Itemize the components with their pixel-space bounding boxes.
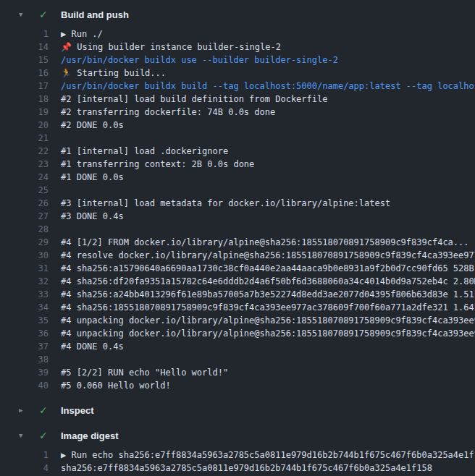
log-line-number[interactable]: 38 [0,353,49,366]
log-line: 36#4 unpacking docker.io/library/alpine@… [0,327,475,340]
log-line-text [49,223,61,236]
workflow-log: ▼✓Build and push1▶ Run ./14📌 Using build… [0,7,475,475]
log-line-number[interactable]: 23 [0,158,49,171]
log-line: 39#5 [2/2] RUN echo "Hello world!" [0,366,475,379]
log-line: 20#2 DONE 0.0s [0,119,475,132]
chevron-down-icon[interactable]: ▼ [19,428,28,443]
log-line: 19#2 transferring dockerfile: 74B 0.0s d… [0,106,475,119]
log-line-text: 📌 Using builder instance builder-single-… [49,41,281,54]
log-line-number[interactable]: 28 [0,223,49,236]
log-line-number[interactable]: 29 [0,236,49,249]
log-line-number[interactable]: 32 [0,275,49,288]
log-line-number[interactable]: 30 [0,249,49,262]
log-line: 23#1 transferring context: 2B 0.0s done [0,158,475,171]
log-line-text: #2 DONE 0.0s [49,119,124,132]
log-line-number[interactable]: 39 [0,366,49,379]
log-line-text: #3 [internal] load metadata for docker.i… [49,197,390,210]
log-line-text: #4 DONE 0.4s [49,340,124,353]
log-line-text: #5 0.060 Hello world! [49,379,171,392]
log-line: 22#1 [internal] load .dockerignore [0,145,475,158]
log-line-number[interactable]: 1 [0,27,49,41]
chevron-right-icon[interactable]: ▶ [19,403,28,417]
log-line: 4sha256:e7ff8834a5963a2785c5a0811e979d16… [0,462,475,475]
log-line-number[interactable]: 31 [0,262,49,275]
log-line-number[interactable]: 37 [0,340,49,353]
log-line-text [49,184,61,197]
log-line: 24#1 DONE 0.0s [0,171,475,184]
log-line-text: ▶ Run ./ [49,27,103,41]
log-line-number[interactable]: 33 [0,288,49,301]
log-line-number[interactable]: 26 [0,197,49,210]
log-line: 34#4 sha256:185518070891758909c9f839cf4c… [0,301,475,314]
section-header-image-digest[interactable]: ▼✓Image digest [0,428,475,443]
log-line-text: #4 sha256:df20fa9351a15782c64e6dddb2d4a6… [49,275,475,288]
log-line-number[interactable]: 4 [0,462,49,475]
log-line-text [49,132,61,145]
section-title: Build and push [61,9,129,20]
log-line-number[interactable]: 27 [0,210,49,223]
section-header-inspect[interactable]: ▶✓Inspect [0,403,475,417]
log-line-text: #2 transferring dockerfile: 74B 0.0s don… [49,106,275,119]
log-line: 29#4 [1/2] FROM docker.io/library/alpine… [0,236,475,249]
log-line-text: sha256:e7ff8834a5963a2785c5a0811e979d16b… [49,462,432,475]
log-line-number[interactable]: 14 [0,41,49,54]
log-line-text: #4 sha256:a24bb4013296f61e89ba57005a7b3e… [49,288,475,301]
log-command-text: /usr/bin/docker buildx use --builder bui… [49,54,338,67]
log-line: 32#4 sha256:df20fa9351a15782c64e6dddb2d4… [0,275,475,288]
log-line-text: #2 [internal] load build definition from… [49,93,327,106]
log-line-number[interactable]: 1 [0,449,49,462]
section-log-image-digest: 1▶ Run echo sha256:e7ff8834a5963a2785c5a… [0,449,475,475]
log-line-text: #5 [2/2] RUN echo "Hello world!" [49,366,228,379]
success-check-icon: ✓ [39,403,50,417]
log-line: 1▶ Run echo sha256:e7ff8834a5963a2785c5a… [0,449,475,462]
log-line-number[interactable]: 40 [0,379,49,392]
log-line-text: #1 DONE 0.0s [49,171,124,184]
log-line-number[interactable]: 34 [0,301,49,314]
log-line-number[interactable]: 15 [0,54,49,67]
log-line: 30#4 resolve docker.io/library/alpine@sh… [0,249,475,262]
log-line: 25 [0,184,475,197]
log-line: 40#5 0.060 Hello world! [0,379,475,392]
log-line-text: #4 sha256:a15790640a6690aa1730c38cf0a440… [49,262,475,275]
success-check-icon: ✓ [39,7,50,22]
section-title: Inspect [61,405,94,416]
log-command-text: /usr/bin/docker buildx build --tag local… [49,80,475,93]
log-line: 17/usr/bin/docker buildx build --tag loc… [0,80,475,93]
log-line: 26#3 [internal] load metadata for docker… [0,197,475,210]
success-check-icon: ✓ [39,428,50,443]
log-line-number[interactable]: 36 [0,327,49,340]
log-line-text: #1 transferring context: 2B 0.0s done [49,158,254,171]
log-line: 28 [0,223,475,236]
log-line-number[interactable]: 17 [0,80,49,93]
log-line: 37#4 DONE 0.4s [0,340,475,353]
log-line-number[interactable]: 21 [0,132,49,145]
log-line-text: #4 [1/2] FROM docker.io/library/alpine@s… [49,236,469,249]
log-line-number[interactable]: 20 [0,119,49,132]
log-line-text: #4 unpacking docker.io/library/alpine@sh… [49,327,475,340]
log-line: 35#4 unpacking docker.io/library/alpine@… [0,314,475,327]
log-line-text: #4 unpacking docker.io/library/alpine@sh… [49,314,475,327]
log-line-number[interactable]: 19 [0,106,49,119]
log-line: 14📌 Using builder instance builder-singl… [0,41,475,54]
log-line: 31#4 sha256:a15790640a6690aa1730c38cf0a4… [0,262,475,275]
log-line-number[interactable]: 25 [0,184,49,197]
section-title: Image digest [61,430,118,441]
log-line: 27#3 DONE 0.4s [0,210,475,223]
log-line-text: 🏃 Starting build... [49,67,166,80]
log-line: 18#2 [internal] load build definition fr… [0,93,475,106]
log-line-text [49,353,61,366]
log-line-number[interactable]: 16 [0,67,49,80]
section-log-build-and-push: 1▶ Run ./14📌 Using builder instance buil… [0,27,475,392]
log-line-number[interactable]: 22 [0,145,49,158]
log-line-text: #3 DONE 0.4s [49,210,124,223]
chevron-down-icon[interactable]: ▼ [19,7,28,22]
log-line-number[interactable]: 35 [0,314,49,327]
section-header-build-and-push[interactable]: ▼✓Build and push [0,7,475,22]
log-line-number[interactable]: 18 [0,93,49,106]
log-line: 38 [0,353,475,366]
log-line-number[interactable]: 24 [0,171,49,184]
log-line-text: #4 resolve docker.io/library/alpine@sha2… [49,249,475,262]
log-line-text: #1 [internal] load .dockerignore [49,145,228,158]
log-line: 1▶ Run ./ [0,27,475,41]
log-line-text: ▶ Run echo sha256:e7ff8834a5963a2785c5a0… [49,449,475,462]
